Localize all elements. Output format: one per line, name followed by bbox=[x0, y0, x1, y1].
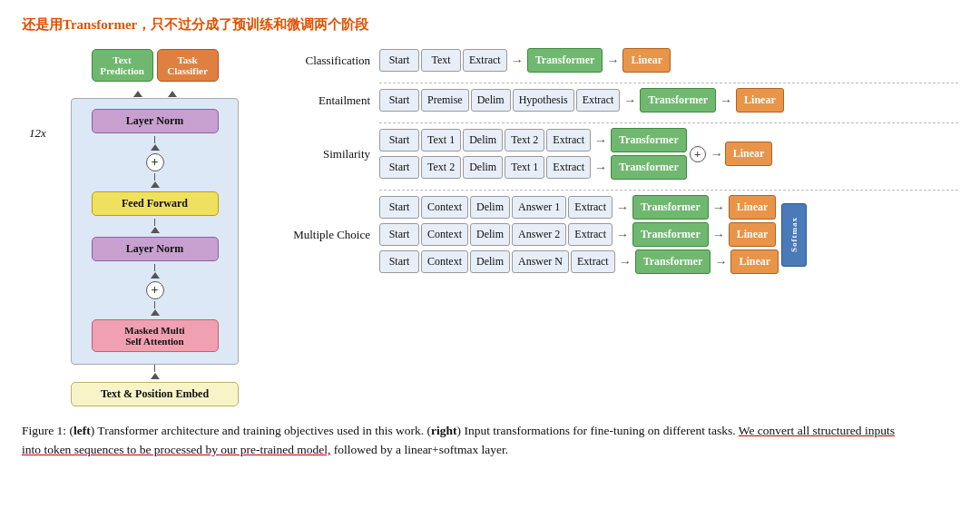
arrow-mcn: → bbox=[617, 255, 633, 269]
layer-norm-top: Layer Norm bbox=[92, 109, 219, 133]
divider-2 bbox=[379, 122, 958, 123]
sim1-extract: Extract bbox=[546, 129, 591, 152]
mc-row-1: Start Context Delim Answer 1 Extract → T… bbox=[379, 195, 779, 220]
arrow-mc2: → bbox=[614, 228, 631, 242]
mc1-start: Start bbox=[379, 196, 419, 219]
ent-delim: Delim bbox=[471, 89, 511, 112]
ent-premise: Premise bbox=[421, 89, 469, 112]
arrow-up-3 bbox=[151, 227, 160, 233]
entailment-label: Entailment bbox=[275, 93, 379, 108]
token-text: Text bbox=[421, 49, 461, 72]
sim1-delim: Delim bbox=[463, 129, 503, 152]
linear-mc1: Linear bbox=[729, 195, 777, 220]
arrow-1: → bbox=[509, 54, 525, 68]
diagram-area: 12x TextPrediction TaskClassifier Layer … bbox=[22, 46, 958, 409]
plus-circle-bottom: + bbox=[146, 281, 164, 299]
sim2-delim: Delim bbox=[463, 156, 503, 179]
arrow-mcn-lin: → bbox=[712, 255, 729, 269]
sim2-text2: Text 2 bbox=[421, 156, 461, 179]
ent-extract: Extract bbox=[576, 89, 621, 112]
arrow-ent-2: → bbox=[718, 93, 734, 108]
mc2-extract: Extract bbox=[568, 223, 612, 246]
classification-label: Classification bbox=[275, 54, 379, 68]
mc2-start: Start bbox=[379, 223, 419, 246]
arrow-ent-1: → bbox=[622, 93, 638, 108]
mc1-context: Context bbox=[421, 196, 468, 219]
mc1-answer1: Answer 1 bbox=[512, 196, 566, 219]
similarity-label: Similarity bbox=[275, 147, 379, 161]
twelve-x-label: 12x bbox=[29, 126, 46, 141]
ent-hypothesis: Hypothesis bbox=[513, 89, 574, 112]
layer-norm-bottom: Layer Norm bbox=[92, 237, 219, 261]
entailment-inputs: Start Premise Delim Hypothesis Extract →… bbox=[379, 88, 784, 112]
mcn-answern: Answer N bbox=[512, 250, 569, 273]
classification-inputs: Start Text Extract → Transformer → Linea… bbox=[379, 48, 671, 73]
sim2-text1: Text 1 bbox=[505, 156, 544, 179]
transformer-1: Transformer bbox=[527, 48, 603, 73]
arrow-sim-lin: → bbox=[709, 147, 725, 161]
arrow-sim2: → bbox=[593, 161, 609, 175]
similarity-pairs: Start Text 1 Delim Text 2 Extract → Tran… bbox=[379, 128, 687, 180]
mc2-delim: Delim bbox=[470, 223, 510, 246]
linear-mc2: Linear bbox=[729, 222, 777, 247]
mcn-start: Start bbox=[379, 250, 419, 273]
line-v-1 bbox=[154, 136, 156, 143]
mc-rows: Start Context Delim Answer 1 Extract → T… bbox=[379, 195, 779, 274]
sim2-start: Start bbox=[379, 156, 419, 179]
transformer-mcn: Transformer bbox=[635, 249, 711, 274]
left-architecture: 12x TextPrediction TaskClassifier Layer … bbox=[22, 46, 262, 409]
feed-forward-block: Feed Forward bbox=[92, 191, 219, 216]
linear-ent: Linear bbox=[736, 88, 784, 112]
similarity-row: Similarity Start Text 1 Delim Text 2 Ext… bbox=[275, 128, 958, 180]
figure-caption: Figure 1: (left) Transformer architectur… bbox=[22, 422, 911, 460]
line-v-4 bbox=[154, 264, 156, 271]
arrow-up-2 bbox=[151, 181, 160, 188]
line-v-2 bbox=[154, 173, 156, 181]
embed-block: Text & Position Embed bbox=[71, 382, 239, 406]
softmax-box: Softmax bbox=[781, 203, 807, 267]
mcn-delim: Delim bbox=[470, 250, 510, 273]
mc1-extract: Extract bbox=[568, 196, 612, 219]
arch-outer-box: Layer Norm + Feed Forward Layer Norm + M… bbox=[71, 98, 239, 365]
task-classifier-block: TaskClassifier bbox=[157, 49, 219, 82]
mcn-context: Context bbox=[421, 250, 468, 273]
token-start: Start bbox=[379, 49, 419, 72]
linear-sim: Linear bbox=[725, 142, 773, 166]
caption-prefix: Figure 1: (left) Transformer architectur… bbox=[22, 424, 895, 456]
bold-right: right bbox=[431, 424, 457, 437]
mc-label: Multiple Choice bbox=[275, 228, 379, 242]
linear-mcn: Linear bbox=[730, 249, 779, 274]
text-prediction-block: TextPrediction bbox=[92, 49, 153, 82]
plus-circle-top: + bbox=[146, 153, 164, 171]
ent-start: Start bbox=[379, 89, 419, 112]
arrow-mc2-lin: → bbox=[710, 228, 727, 242]
arrow-up-right bbox=[168, 91, 177, 97]
top-blocks-row: TextPrediction TaskClassifier bbox=[66, 46, 219, 84]
arrow-up-4 bbox=[151, 272, 160, 279]
bold-left: left bbox=[74, 424, 91, 437]
arrow-mc1-lin: → bbox=[710, 200, 727, 215]
masked-attention-block: Masked MultiSelf Attention bbox=[92, 319, 219, 352]
sim2-extract: Extract bbox=[546, 156, 591, 179]
arrow-mc1: → bbox=[614, 200, 631, 215]
transformer-sim2: Transformer bbox=[611, 155, 687, 180]
arrow-2: → bbox=[604, 54, 621, 68]
transformer-ent: Transformer bbox=[640, 88, 716, 112]
divider-3 bbox=[379, 190, 958, 191]
mc-row: Multiple Choice Start Context Delim Answ… bbox=[275, 195, 958, 274]
divider-1 bbox=[379, 83, 958, 83]
mc2-context: Context bbox=[421, 223, 468, 246]
arrow-up-left bbox=[133, 91, 142, 97]
underline-sentence: We convert all structured inputs into to… bbox=[22, 424, 895, 456]
mc-row-n: Start Context Delim Answer N Extract → T… bbox=[379, 249, 779, 274]
mcn-extract: Extract bbox=[571, 250, 615, 273]
transformer-sim1: Transformer bbox=[611, 128, 687, 152]
classification-row: Classification Start Text Extract → Tran… bbox=[275, 48, 958, 73]
line-v-3 bbox=[154, 219, 156, 226]
line-v-embed bbox=[154, 365, 156, 372]
arrow-up-embed bbox=[151, 373, 160, 379]
right-tasks: Classification Start Text Extract → Tran… bbox=[262, 46, 958, 274]
arrow-up-1 bbox=[151, 144, 160, 151]
mc2-answer2: Answer 2 bbox=[512, 223, 566, 246]
sim1-text2: Text 2 bbox=[505, 129, 544, 152]
